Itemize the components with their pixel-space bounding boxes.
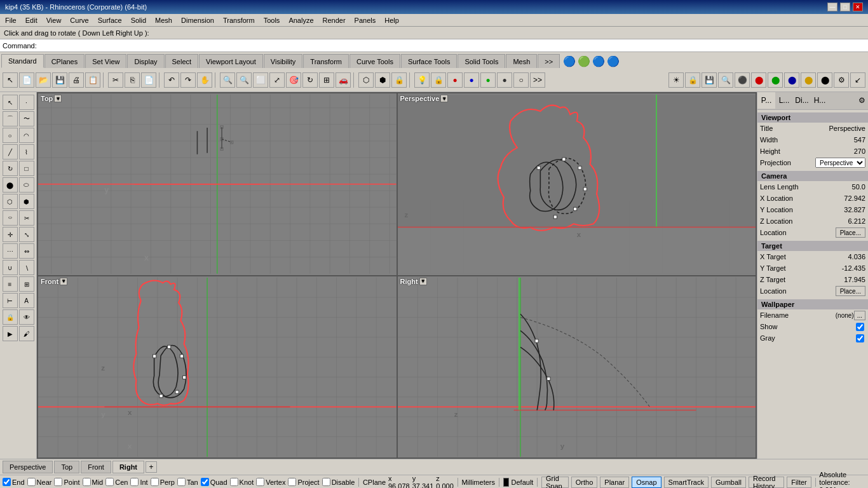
- command-input[interactable]: [37, 42, 164, 50]
- vertex-checkbox[interactable]: [256, 478, 264, 486]
- tb-sphere-outline[interactable]: ○: [513, 72, 529, 88]
- lt-move[interactable]: ✛: [3, 227, 18, 242]
- tb-zoom-in[interactable]: 🔍: [236, 72, 252, 88]
- lt-layer[interactable]: ≡: [3, 276, 18, 292]
- rp-tab-render[interactable]: H...: [811, 92, 829, 109]
- tb-lock2[interactable]: 🔒: [431, 72, 446, 88]
- viewport-top[interactable]: Top ▼: [38, 93, 397, 275]
- lt-extrude[interactable]: ⬡: [3, 194, 18, 209]
- rp-gear-icon[interactable]: ⚙: [855, 92, 868, 109]
- mid-checkbox[interactable]: [83, 478, 91, 486]
- tb-print[interactable]: 🖨: [69, 72, 84, 88]
- rp-gray-checkbox[interactable]: [856, 334, 864, 342]
- grid-snap-button[interactable]: Grid Snap: [541, 477, 569, 488]
- tb-cursor[interactable]: ↖: [3, 72, 18, 88]
- gumball-button[interactable]: Gumball: [711, 477, 746, 488]
- menu-tools[interactable]: Tools: [260, 15, 284, 25]
- lt-loft[interactable]: ⬢: [19, 194, 34, 209]
- tb-copy-to[interactable]: 📋: [85, 72, 100, 88]
- tab-select[interactable]: Select: [165, 54, 199, 68]
- tb-zoom-selected[interactable]: 🎯: [286, 72, 301, 88]
- bottom-tab-add-button[interactable]: +: [146, 461, 157, 473]
- lt-circle[interactable]: ○: [3, 128, 18, 143]
- tb-zoom-window[interactable]: ⬜: [253, 72, 268, 88]
- tb-right-9[interactable]: ⬤: [801, 72, 816, 88]
- tb-zoom-extent[interactable]: ⤢: [269, 72, 285, 88]
- lt-text[interactable]: A: [19, 293, 34, 308]
- tb-wire[interactable]: ⬡: [358, 72, 374, 88]
- lt-arc[interactable]: ◠: [19, 128, 34, 143]
- lt-array[interactable]: ⋯: [3, 243, 18, 259]
- tb-pan[interactable]: ✋: [197, 72, 212, 88]
- filter-button[interactable]: Filter: [787, 477, 811, 488]
- lt-bool-diff[interactable]: ∖: [19, 260, 34, 275]
- bottom-tab-front[interactable]: Front: [81, 461, 111, 473]
- menu-solid[interactable]: Solid: [127, 15, 150, 25]
- lt-dim[interactable]: ⊢: [3, 293, 18, 308]
- maximize-button[interactable]: □: [840, 3, 850, 11]
- tb-light[interactable]: 💡: [414, 72, 430, 88]
- viewport-perspective[interactable]: Perspective ▼: [398, 93, 756, 275]
- record-history-button[interactable]: Record History: [749, 477, 784, 488]
- panel-icon-4[interactable]: 🔵: [607, 56, 620, 67]
- close-button[interactable]: ✕: [853, 3, 863, 11]
- vp-top-menu[interactable]: ▼: [54, 95, 62, 102]
- vp-right-menu[interactable]: ▼: [419, 278, 427, 285]
- tab-set-view[interactable]: Set View: [85, 54, 126, 68]
- tb-sphere-green[interactable]: ●: [480, 72, 496, 88]
- osnap-button[interactable]: Osnap: [632, 477, 661, 488]
- tb-cut[interactable]: ✂: [108, 72, 123, 88]
- menu-transform[interactable]: Transform: [219, 15, 259, 25]
- lt-curve-arc[interactable]: ⌒: [3, 111, 18, 126]
- menu-dimension[interactable]: Dimension: [177, 15, 218, 25]
- cen-checkbox[interactable]: [105, 478, 114, 486]
- rp-tab-display[interactable]: Di...: [793, 92, 811, 109]
- tb-copy[interactable]: ⎘: [125, 72, 140, 88]
- perp-checkbox[interactable]: [151, 478, 159, 486]
- rp-cam-place-button[interactable]: Place...: [836, 227, 865, 238]
- smarttrack-button[interactable]: SmartTrack: [664, 477, 709, 488]
- tb-right-7[interactable]: ⬤: [768, 72, 783, 88]
- tb-sphere-dark[interactable]: ●: [497, 72, 512, 88]
- disable-checkbox[interactable]: [322, 478, 330, 486]
- lt-scale[interactable]: ⤡: [19, 227, 34, 242]
- menu-view[interactable]: View: [43, 15, 65, 25]
- tb-right-1[interactable]: ☀: [668, 72, 684, 88]
- tb-right-5[interactable]: ⚫: [735, 72, 750, 88]
- tab-display[interactable]: Display: [127, 54, 164, 68]
- lt-select[interactable]: ↖: [3, 95, 18, 110]
- tab-curve-tools[interactable]: Curve Tools: [349, 54, 400, 68]
- viewport-front[interactable]: Front ▼: [38, 276, 397, 458]
- rp-tgt-place-button[interactable]: Place...: [836, 286, 865, 296]
- tab-standard[interactable]: Standard: [1, 54, 44, 68]
- project-checkbox[interactable]: [288, 478, 296, 486]
- menu-panels[interactable]: Panels: [351, 15, 380, 25]
- viewport-right[interactable]: Right ▼: [398, 276, 756, 458]
- tb-more-tools[interactable]: >>: [530, 72, 545, 88]
- tb-redo[interactable]: ↷: [180, 72, 196, 88]
- menu-surface[interactable]: Surface: [94, 15, 126, 25]
- rp-show-checkbox[interactable]: [856, 323, 864, 331]
- bottom-tab-top[interactable]: Top: [54, 461, 79, 473]
- lt-sphere[interactable]: ⬤: [3, 177, 18, 193]
- tab-solid-tools[interactable]: Solid Tools: [458, 54, 505, 68]
- tb-right-11[interactable]: ⚙: [834, 72, 849, 88]
- tb-right-8[interactable]: ⬤: [784, 72, 799, 88]
- menu-help[interactable]: Help: [381, 15, 403, 25]
- tab-transform[interactable]: Transform: [303, 54, 349, 68]
- lt-cylinder[interactable]: ⬭: [19, 177, 34, 193]
- tb-right-3[interactable]: 💾: [702, 72, 717, 88]
- planar-button[interactable]: Planar: [600, 477, 629, 488]
- tab-more[interactable]: >>: [538, 54, 560, 68]
- int-checkbox[interactable]: [130, 478, 139, 486]
- vp-front-menu[interactable]: ▼: [60, 278, 67, 285]
- lt-freeform[interactable]: 〜: [19, 111, 34, 126]
- tb-sphere-red[interactable]: ●: [447, 72, 463, 88]
- point-checkbox[interactable]: [54, 478, 62, 486]
- rp-projection-select[interactable]: Perspective Parallel: [815, 158, 865, 168]
- tb-sphere-blue[interactable]: ●: [464, 72, 479, 88]
- knot-checkbox[interactable]: [230, 478, 238, 486]
- tb-zoom-out[interactable]: 🔍: [220, 72, 235, 88]
- menu-curve[interactable]: Curve: [66, 15, 92, 25]
- panel-icon-1[interactable]: 🔵: [563, 56, 576, 67]
